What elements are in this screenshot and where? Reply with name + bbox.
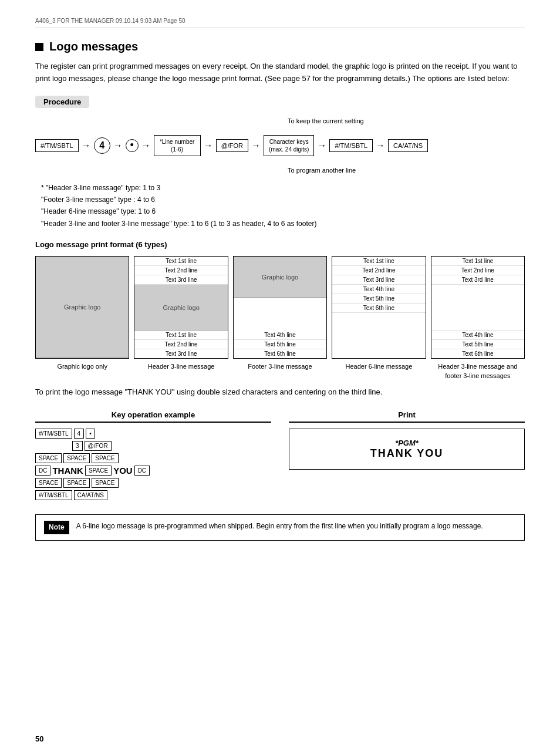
r5-t3: Text 3rd line (431, 275, 524, 285)
format-label-3: Footer 3-line message (248, 362, 312, 371)
flow-label-top: To keep the current setting (288, 117, 364, 124)
note-line-4: "Header 3-line and footer 3-line message… (41, 218, 525, 230)
r4-t1: Text 1st line (332, 257, 425, 266)
format-item-5: Text 1st line Text 2nd line Text 3rd lin… (431, 256, 525, 380)
key-4: 4 (74, 429, 85, 439)
r2-t3: Text 3rd line (134, 275, 227, 285)
key-row-2: 3 @/FOR (35, 441, 271, 451)
note-line-2: "Footer 3-line message" type : 4 to 6 (41, 194, 525, 205)
r2-t2: Text 2nd line (134, 266, 227, 275)
format-label-4: Header 6-line message (346, 362, 413, 371)
r5-t6: Text 6th line (431, 349, 524, 358)
flow-box-caatns: CA/AT/NS (388, 139, 428, 152)
graphic-logo-1: Graphic logo (36, 257, 129, 358)
print-pgm: *PGM* (395, 439, 419, 447)
key-space-1: SPACE (35, 453, 62, 463)
format-label-2: Header 3-line message (148, 362, 215, 371)
r5-t1: Text 1st line (431, 257, 524, 266)
format-label-1: Graphic logo only (57, 362, 107, 371)
receipt-box-4: Text 1st line Text 2nd line Text 3rd lin… (332, 256, 426, 359)
r3-t4: Text 4th line (234, 331, 326, 340)
r4-t4: Text 4th line (332, 285, 425, 294)
key-thank: THANK (52, 466, 83, 476)
key-you: YOU (113, 466, 133, 476)
page-header-text: A406_3 FOR THE MANAGER 09.10.14 9:03 AM … (35, 18, 185, 24)
key-dot: • (86, 429, 95, 439)
print-title: Print (289, 410, 525, 423)
format-item-1: Graphic logo Graphic logo only (35, 256, 129, 371)
key-atfor: @/FOR (85, 441, 112, 451)
receipt-box-2: Text 1st line Text 2nd line Text 3rd lin… (134, 256, 228, 359)
key-3: 3 (72, 441, 83, 451)
print-thank-you: THANK YOU (370, 447, 444, 460)
key-space-2: SPACE (63, 453, 90, 463)
flow-box-line-number: *Line number(1-6) (154, 135, 201, 156)
format-grid: Graphic logo Graphic logo only Text 1st … (35, 256, 525, 380)
key-row-5: SPACE SPACE SPACE (35, 478, 271, 488)
example-intro-text: To print the logo message "THANK YOU" us… (35, 386, 525, 399)
page-header: A406_3 FOR THE MANAGER 09.10.14 9:03 AM … (35, 18, 525, 28)
receipt-box-1: Graphic logo (35, 256, 129, 359)
r2-t5: Text 2nd line (134, 340, 227, 349)
flow-box-tmstbl: #/TM/SBTL (329, 139, 373, 152)
flow-box-for: @/FOR (216, 139, 248, 152)
r4-t6: Text 6th line (332, 304, 425, 313)
key-space-4: SPACE (85, 466, 112, 476)
format-item-2: Text 1st line Text 2nd line Text 3rd lin… (134, 256, 228, 371)
r4-t5: Text 5th line (332, 294, 425, 304)
flow-main-row: #/TM/SBTL → 4 → • → *Line number(1-6) → … (35, 135, 525, 156)
arrow-2: → (113, 140, 123, 151)
key-operation-title: Key operation example (35, 410, 271, 423)
r5-t4: Text 4th line (431, 331, 524, 340)
intro-text: The register can print programmed messag… (35, 60, 525, 85)
receipt-box-5: Text 1st line Text 2nd line Text 3rd lin… (431, 256, 525, 359)
page: A406_3 FOR THE MANAGER 09.10.14 9:03 AM … (0, 0, 560, 755)
section-title: Logo messages (35, 40, 525, 53)
flow-dot: • (126, 139, 139, 152)
note-line-1: * "Header 3-line message" type: 1 to 3 (41, 182, 525, 194)
arrow-1: → (82, 140, 91, 151)
r5-t2: Text 2nd line (431, 266, 524, 275)
format-section-title: Logo message print format (6 types) (35, 240, 525, 249)
note-line-3: "Header 6-line message" type: 1 to 6 (41, 205, 525, 217)
r3-t6: Text 6th line (234, 349, 326, 358)
format-item-3: Graphic logo Text 4th line Text 5th line… (233, 256, 327, 371)
key-example-section: Key operation example #/TM/SBTL 4 • 3 @/… (35, 410, 525, 503)
flow-circle-4: 4 (94, 137, 110, 154)
format-label-5: Header 3-line message and footer 3-line … (431, 362, 525, 380)
notes-section: * "Header 3-line message" type: 1 to 3 "… (41, 182, 525, 230)
arrow-6: → (317, 140, 326, 151)
receipt-box-3: Graphic logo Text 4th line Text 5th line… (233, 256, 327, 359)
key-row-3: SPACE SPACE SPACE (35, 453, 271, 463)
flow-box-1: #/TM/SBTL (35, 139, 79, 152)
r4-t3: Text 3rd line (332, 275, 425, 285)
key-row-4: DC THANK SPACE YOU DC (35, 466, 271, 476)
r2-t1: Text 1st line (134, 257, 227, 266)
r5-t5: Text 5th line (431, 340, 524, 349)
page-number: 50 (35, 734, 43, 743)
procedure-box: Procedure (35, 96, 89, 108)
r2-t6: Text 3rd line (134, 349, 227, 358)
note-box: Note A 6-line logo message is pre-progra… (35, 514, 525, 541)
flow-box-char-keys: Character keys(max. 24 digits) (264, 135, 314, 156)
key-example-grid: Key operation example #/TM/SBTL 4 • 3 @/… (35, 410, 525, 503)
flow-diagram: To keep the current setting #/TM/SBTL → … (35, 117, 525, 174)
flow-label-bottom: To program another line (288, 167, 356, 174)
key-operation-col: Key operation example #/TM/SBTL 4 • 3 @/… (35, 410, 271, 503)
key-row-6: #/TM/SBTL CA/AT/NS (35, 490, 271, 500)
page-title: Logo messages (49, 40, 138, 53)
title-square-icon (35, 43, 43, 51)
key-dc-2: DC (134, 466, 150, 476)
format-item-4: Text 1st line Text 2nd line Text 3rd lin… (332, 256, 426, 371)
key-dc-1: DC (35, 466, 50, 476)
key-space-3: SPACE (92, 453, 118, 463)
key-row-1: #/TM/SBTL 4 • (35, 429, 271, 439)
arrow-3: → (141, 140, 151, 151)
key-tmstbl-2: #/TM/SBTL (35, 490, 72, 500)
note-label: Note (44, 521, 69, 534)
arrow-4: → (204, 140, 213, 151)
key-caatns: CA/AT/NS (74, 490, 107, 500)
print-col: Print *PGM* THANK YOU (289, 410, 525, 470)
arrow-7: → (376, 140, 385, 151)
r4-t2: Text 2nd line (332, 266, 425, 275)
